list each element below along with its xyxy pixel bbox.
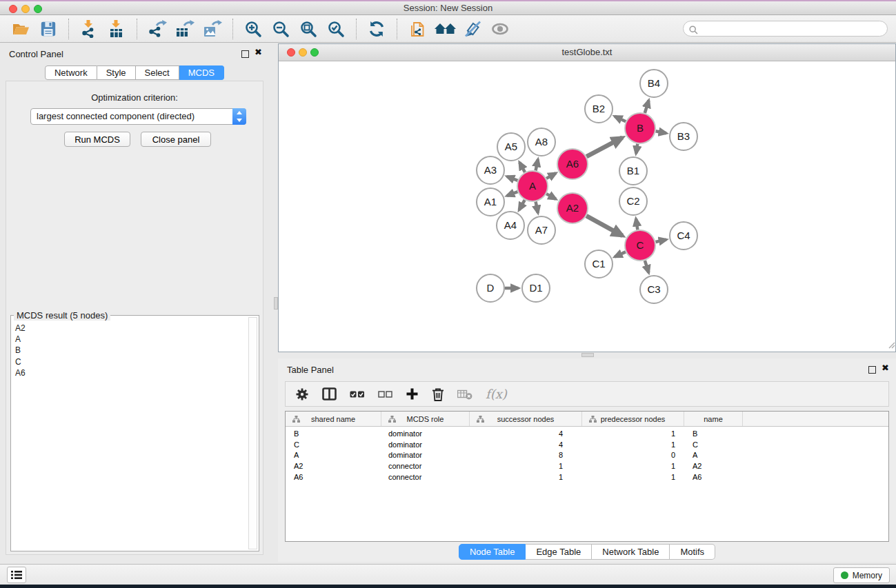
- cell-successor-nodes[interactable]: 4: [470, 439, 582, 450]
- export-table-button[interactable]: [174, 18, 196, 40]
- function-builder-button[interactable]: f(x): [486, 387, 507, 401]
- mcds-result-item[interactable]: C: [14, 356, 246, 367]
- column-header-successor-nodes[interactable]: successor nodes: [470, 412, 582, 426]
- close-icon[interactable]: ✖: [882, 363, 889, 373]
- search-input[interactable]: [683, 21, 888, 37]
- dropdown-stepper-icon[interactable]: [232, 108, 246, 125]
- edge-A-A3[interactable]: [507, 176, 518, 181]
- table-row[interactable]: Adominator80A: [286, 449, 888, 460]
- cell-mcds-role[interactable]: dominator: [381, 439, 470, 450]
- zoom-in-button[interactable]: [242, 18, 264, 40]
- cell-predecessor-nodes[interactable]: 1: [582, 439, 684, 450]
- open-file-button[interactable]: [10, 18, 32, 40]
- edge-C-C1[interactable]: [615, 252, 626, 256]
- unselect-all-columns-button[interactable]: [378, 390, 392, 398]
- zoom-window-button[interactable]: [34, 5, 42, 13]
- edge-A-A2[interactable]: [546, 194, 556, 199]
- column-header-predecessor-nodes[interactable]: predecessor nodes: [582, 412, 684, 426]
- edge-A-A1[interactable]: [507, 192, 518, 196]
- new-network-from-selection-button[interactable]: [406, 18, 428, 40]
- node-C1[interactable]: C1: [585, 250, 613, 278]
- node-C2[interactable]: C2: [619, 187, 647, 215]
- show-column-button[interactable]: [322, 387, 337, 401]
- delete-column-button[interactable]: [432, 387, 444, 401]
- node-C[interactable]: C: [625, 230, 655, 261]
- mcds-result-scrollbar[interactable]: [248, 317, 257, 549]
- node-B[interactable]: B: [625, 113, 655, 143]
- table-row[interactable]: Cdominator41C: [286, 439, 888, 450]
- table-row[interactable]: Bdominator41B: [286, 428, 888, 439]
- minimize-window-button[interactable]: [21, 5, 30, 13]
- edge-A-A8[interactable]: [536, 159, 538, 170]
- save-session-button[interactable]: [37, 18, 59, 40]
- cell-mcds-role[interactable]: dominator: [381, 449, 470, 460]
- resize-grip-icon[interactable]: [888, 339, 895, 352]
- table-settings-button[interactable]: [295, 387, 309, 401]
- node-A5[interactable]: A5: [497, 133, 525, 161]
- edge-B-B2[interactable]: [615, 116, 626, 122]
- import-table-button[interactable]: [106, 18, 128, 40]
- zoom-network-button[interactable]: [310, 48, 319, 57]
- show-graphics-details-button[interactable]: [489, 18, 511, 40]
- cell-shared-name[interactable]: A6: [286, 472, 381, 483]
- node-B2[interactable]: B2: [585, 95, 613, 123]
- edge-A-A6[interactable]: [546, 173, 556, 179]
- cell-shared-name[interactable]: A: [286, 449, 381, 460]
- edge-C-C3[interactable]: [645, 261, 649, 273]
- table-row[interactable]: A6connector11A6: [286, 472, 888, 483]
- cell-predecessor-nodes[interactable]: 1: [582, 472, 684, 483]
- cell-shared-name[interactable]: C: [286, 439, 381, 450]
- node-A2[interactable]: A2: [557, 193, 588, 223]
- add-column-button[interactable]: [406, 387, 419, 401]
- optimization-criterion-dropdown[interactable]: largest connected component (directed): [30, 108, 246, 125]
- run-mcds-button[interactable]: Run MCDS: [64, 132, 130, 147]
- edge-B-B1[interactable]: [636, 144, 637, 154]
- close-icon[interactable]: ✖: [255, 47, 262, 57]
- edge-A6-B[interactable]: [586, 138, 622, 157]
- float-panel-icon[interactable]: [868, 366, 876, 374]
- cell-predecessor-nodes[interactable]: 0: [582, 449, 684, 460]
- table-row[interactable]: A2connector11A2: [286, 460, 888, 472]
- edge-A-A4[interactable]: [519, 200, 525, 210]
- export-image-button[interactable]: [201, 18, 223, 40]
- mcds-result-item[interactable]: B: [14, 345, 246, 356]
- node-A[interactable]: A: [517, 171, 548, 201]
- cell-name[interactable]: A: [684, 449, 743, 460]
- column-header-name[interactable]: name: [684, 412, 743, 426]
- cell-successor-nodes[interactable]: 8: [470, 449, 582, 460]
- close-network-button[interactable]: [287, 48, 295, 57]
- cell-name[interactable]: B: [684, 428, 743, 439]
- tab-mcds[interactable]: MCDS: [179, 65, 224, 80]
- delete-table-button[interactable]: [457, 389, 472, 400]
- mcds-result-item[interactable]: A2: [14, 323, 246, 334]
- node-A4[interactable]: A4: [497, 212, 524, 239]
- close-window-button[interactable]: [9, 5, 17, 13]
- edge-B-B4[interactable]: [645, 101, 649, 114]
- export-network-button[interactable]: [146, 18, 168, 40]
- zoom-fit-button[interactable]: [297, 18, 319, 40]
- cell-predecessor-nodes[interactable]: 1: [582, 428, 684, 439]
- column-header-mcds-role[interactable]: MCDS role: [381, 412, 470, 426]
- node-A6[interactable]: A6: [557, 149, 588, 179]
- zoom-selected-button[interactable]: [325, 18, 347, 40]
- cell-successor-nodes[interactable]: 4: [470, 428, 582, 439]
- memory-button[interactable]: Memory: [833, 567, 890, 583]
- float-panel-icon[interactable]: [241, 50, 249, 58]
- network-window-titlebar[interactable]: testGlobe.txt: [279, 44, 895, 61]
- tab-style[interactable]: Style: [97, 65, 136, 80]
- edge-C-C2[interactable]: [636, 219, 637, 230]
- tab-edge-table[interactable]: Edge Table: [526, 544, 592, 560]
- edge-A-A5[interactable]: [519, 163, 525, 172]
- edge-C-C4[interactable]: [656, 240, 667, 242]
- network-canvas[interactable]: AA1A2A3A4A5A6A7A8BB1B2B3B4CC1C2C3C4DD1: [279, 61, 895, 352]
- edge-B-B3[interactable]: [656, 131, 666, 133]
- node-B3[interactable]: B3: [670, 123, 697, 150]
- cell-mcds-role[interactable]: connector: [381, 460, 470, 472]
- node-A3[interactable]: A3: [477, 156, 504, 184]
- cell-predecessor-nodes[interactable]: 1: [582, 460, 684, 472]
- node-C4[interactable]: C4: [670, 222, 697, 250]
- node-D[interactable]: D: [477, 274, 504, 302]
- cell-mcds-role[interactable]: dominator: [381, 428, 470, 439]
- tab-network[interactable]: Network: [45, 65, 97, 80]
- node-D1[interactable]: D1: [522, 274, 550, 302]
